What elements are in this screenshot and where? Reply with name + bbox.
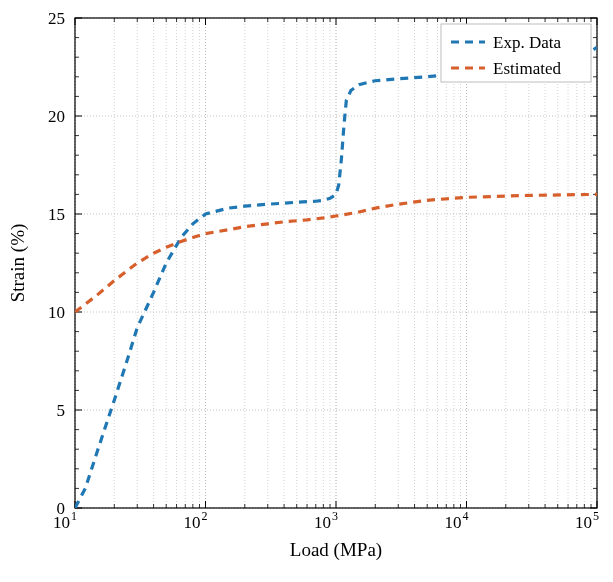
y-tick-label: 15: [48, 205, 65, 224]
chart-bg: [0, 0, 613, 582]
svg-text:10: 10: [445, 513, 462, 532]
legend-label: Exp. Data: [493, 33, 561, 52]
y-axis-label: Strain (%): [7, 224, 29, 303]
svg-text:4: 4: [463, 509, 469, 523]
svg-text:10: 10: [575, 513, 592, 532]
y-tick-label: 25: [48, 9, 65, 28]
x-axis-label: Load (MPa): [290, 539, 382, 561]
y-tick-label: 5: [57, 401, 66, 420]
y-tick-label: 0: [57, 499, 66, 518]
svg-text:10: 10: [184, 513, 201, 532]
legend-label: Estimated: [493, 59, 561, 78]
svg-text:3: 3: [332, 509, 338, 523]
svg-text:1: 1: [71, 509, 77, 523]
svg-text:10: 10: [314, 513, 331, 532]
svg-text:5: 5: [593, 509, 599, 523]
y-tick-label: 20: [48, 107, 65, 126]
strain-load-chart: 1011021031041050510152025Load (MPa)Strai…: [0, 0, 613, 582]
y-tick-label: 10: [48, 303, 65, 322]
svg-text:2: 2: [202, 509, 208, 523]
legend: Exp. DataEstimated: [441, 24, 591, 82]
